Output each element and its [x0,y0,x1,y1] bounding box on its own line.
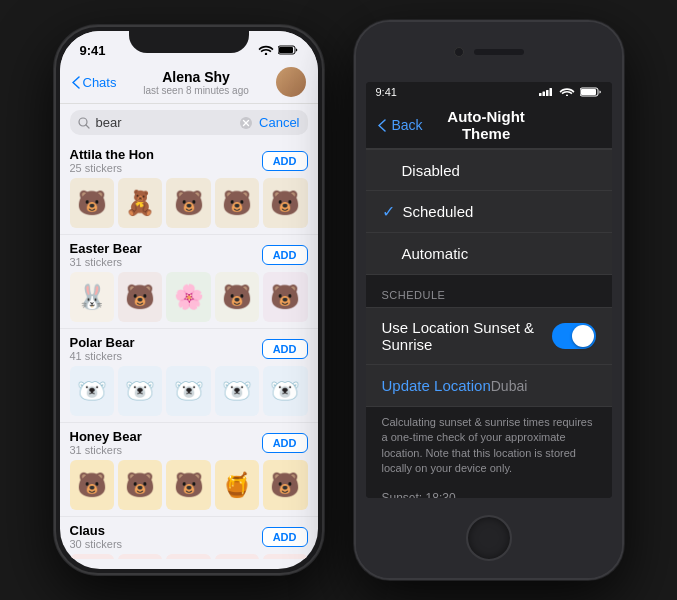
sticker-pack-honey: Honey Bear 31 stickers ADD 🐻 🐻 🐻 🍯 🐻 [60,423,318,517]
sticker-img: 🐻 [263,272,307,322]
use-location-label: Use Location Sunset & Sunrise [382,319,552,353]
pack-header: Polar Bear 41 stickers ADD [70,335,308,362]
speaker [474,49,524,55]
search-input[interactable]: bear [96,115,234,130]
sticker-img: 🍯 [215,460,259,510]
add-button-easter[interactable]: ADD [262,245,308,265]
clear-icon[interactable] [239,116,253,130]
sticker-img: 🐻 [70,178,114,228]
search-bar[interactable]: bear Cancel [70,110,308,135]
sun-times: Sunset: 18:30 Sunrise: 06:24 [366,487,612,498]
schedule-section-label: SCHEDULE [366,275,612,307]
svg-point-12 [566,95,568,97]
back-chevron-icon [378,119,386,132]
nav-title: Auto-Night Theme [423,108,550,142]
sticker-img: 🐻 [166,460,210,510]
sticker-pack-polar: Polar Bear 41 stickers ADD 🐻‍❄️ 🐻‍❄️ 🐻‍❄… [60,329,318,423]
status-bar: 9:41 [366,82,612,102]
sticker-img: 🐻 [263,460,307,510]
sticker-img: 🧸 [118,178,162,228]
chat-subtitle: last seen 8 minutes ago [116,85,275,96]
update-location-link[interactable]: Update Location [382,377,491,394]
pack-header: Attila the Hon 25 stickers ADD [70,147,308,174]
checkmark-icon: ✓ [382,202,395,221]
svg-rect-14 [581,89,596,95]
svg-line-4 [86,125,89,128]
chat-title: Alena Shy [116,69,275,85]
settings-nav: Back Auto-Night Theme [366,102,612,149]
sticker-img: 🐻‍❄️ [263,366,307,416]
sticker-preview: 🐰 🐻 🌸 🐻 🐻 [70,272,308,322]
theme-option-automatic[interactable]: Automatic [366,233,612,275]
status-icons [539,86,602,98]
add-button-claus[interactable]: ADD [262,527,308,547]
home-button[interactable] [466,515,512,561]
pack-info: Honey Bear 31 stickers [70,429,142,456]
svg-rect-10 [546,90,549,96]
header-center: Alena Shy last seen 8 minutes ago [116,69,275,96]
iphone-x-device: 9:41 Cha [54,25,324,575]
theme-option-disabled[interactable]: Disabled [366,149,612,191]
sunset-time: Sunset: 18:30 [382,491,596,498]
sticker-preview: 🐻 🐻 🐻 🍯 🐻 [70,460,308,510]
sticker-img: 🐰 [70,272,114,322]
location-toggle[interactable] [552,323,596,349]
sticker-img: 🎅 [263,554,307,559]
wifi-icon [559,88,575,96]
back-button[interactable]: Back [378,117,423,133]
theme-section: Disabled ✓ Scheduled Automatic [366,149,612,275]
sticker-img: 🐻 [215,178,259,228]
sticker-preview: 🐻 🧸 🐻 🐻 🐻 [70,178,308,228]
pack-info: Attila the Hon 25 stickers [70,147,155,174]
sticker-img: 🌸 [166,272,210,322]
sticker-list: Attila the Hon 25 stickers ADD 🐻 🧸 🐻 🐻 🐻 [60,141,318,559]
status-icons [258,45,298,55]
search-icon [78,117,90,129]
signal-icon [539,88,554,96]
sticker-img: 🎅 [118,554,162,559]
location-value: Dubai [491,378,528,394]
use-location-cell[interactable]: Use Location Sunset & Sunrise [366,307,612,365]
sticker-pack-claus: Claus 30 stickers ADD 🎅 🎅 🎅 🎅 🎅 [60,517,318,559]
back-button[interactable]: Chats [72,75,117,90]
time-display: 9:41 [376,86,397,98]
sticker-preview: 🎅 🎅 🎅 🎅 🎅 [70,554,308,559]
sticker-img: 🐻‍❄️ [166,366,210,416]
iphone-x-screen: 9:41 Cha [60,31,318,569]
settings-screen: 9:41 [366,82,612,498]
update-location-cell[interactable]: Update Location Dubai [366,365,612,407]
svg-rect-11 [549,88,552,96]
sticker-img: 🎅 [166,554,210,559]
svg-rect-8 [539,93,542,96]
back-chevron-icon [72,76,80,89]
sticker-img: 🐻 [166,178,210,228]
sticker-img: 🐻‍❄️ [215,366,259,416]
battery-icon [580,87,602,97]
pack-header: Honey Bear 31 stickers ADD [70,429,308,456]
sticker-pack-attila: Attila the Hon 25 stickers ADD 🐻 🧸 🐻 🐻 🐻 [60,141,318,235]
theme-option-scheduled[interactable]: ✓ Scheduled [366,191,612,233]
pack-info: Claus 30 stickers [70,523,123,550]
sticker-img: 🐻 [118,272,162,322]
sticker-img: 🐻‍❄️ [118,366,162,416]
notch [129,27,249,53]
info-text: Calculating sunset & sunrise times requi… [366,407,612,487]
camera [454,47,464,57]
battery-icon [278,45,298,55]
sticker-img: 🎅 [70,554,114,559]
sticker-img: 🐻 [70,460,114,510]
cancel-button[interactable]: Cancel [259,115,299,130]
svg-point-0 [264,53,266,55]
add-button-attila[interactable]: ADD [262,151,308,171]
avatar [276,67,306,97]
svg-rect-9 [542,92,545,97]
sticker-img: 🎅 [215,554,259,559]
iphone-8-device: 9:41 [354,20,624,580]
top-bar [356,22,622,82]
add-button-honey[interactable]: ADD [262,433,308,453]
pack-info: Polar Bear 41 stickers [70,335,135,362]
add-button-polar[interactable]: ADD [262,339,308,359]
chat-header: Chats Alena Shy last seen 8 minutes ago [60,63,318,104]
bottom-bar [356,498,622,578]
sticker-img: 🐻 [215,272,259,322]
